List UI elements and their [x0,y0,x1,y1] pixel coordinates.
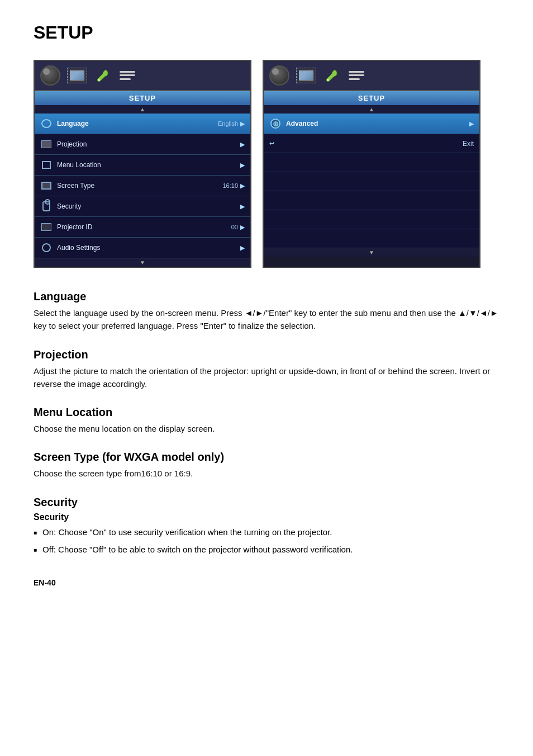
section-security-subtitle: Security [34,512,499,522]
advanced-label: Advanced [286,120,469,127]
icon-wrench [94,66,113,85]
menu-row-projector-id[interactable]: Projector ID 00 ▶ [35,217,250,238]
projector-id-arrow: ▶ [240,224,245,231]
projector-id-value: 00 [231,224,238,230]
section-projection-title: Projection [34,348,499,361]
exit-arrow: ↩ [269,140,274,147]
projector-id-icon [40,221,53,233]
screen-type-value: 16:10 [222,182,238,189]
page-title: SETUP [34,22,499,43]
section-screen-type-text: Choose the screen type from16:10 or 16:9… [34,467,499,480]
section-screen-type-title: Screen Type (for WXGA model only) [34,451,499,464]
svg-point-0 [98,79,100,81]
section-projection: Projection Adjust the picture to match t… [34,348,499,391]
section-menu-location: Menu Location Choose the menu location o… [34,406,499,435]
security-arrow: ▶ [240,203,245,210]
left-panel-title: SETUP [35,91,250,105]
screenshots-row: SETUP ▲ Language English ▶ Projection ▶ … [34,60,499,268]
icon-image-display [67,68,87,83]
section-menu-location-text: Choose the menu location on the display … [34,422,499,435]
empty-row-1 [264,153,479,172]
section-menu-location-title: Menu Location [34,406,499,419]
audio-settings-icon [40,242,53,254]
menu-row-exit[interactable]: ↩ Exit [264,134,479,153]
menu-row-audio-settings[interactable]: Audio Settings ▶ [35,238,250,258]
scroll-up-left: ▲ [35,105,250,114]
icon-menu-lines [120,69,135,82]
language-value: English [218,120,238,127]
page-number: EN-40 [34,578,499,587]
section-language-title: Language [34,290,499,303]
screen-type-arrow: ▶ [240,182,245,190]
security-label: Security [57,202,240,210]
section-security: Security Security On: Choose "On" to use… [34,496,499,556]
right-panel-title: SETUP [264,91,479,105]
right-icon-menu-lines [349,69,364,82]
advanced-icon: ⊕ [269,117,282,130]
empty-row-5 [264,229,479,248]
screen-type-icon [40,179,53,192]
screen-type-label: Screen Type [57,182,222,190]
projection-arrow: ▶ [240,141,245,148]
security-bullet-0: On: Choose "On" to use security verifica… [34,526,499,538]
projection-icon [40,138,53,150]
language-label: Language [57,120,218,127]
menu-row-advanced[interactable]: ⊕ Advanced ▶ [264,114,479,134]
security-bullet-list: On: Choose "On" to use security verifica… [34,526,499,556]
audio-settings-label: Audio Settings [57,244,240,252]
section-security-title: Security [34,496,499,509]
section-language: Language Select the language used by the… [34,290,499,333]
exit-label: Exit [274,140,474,148]
menu-row-language[interactable]: Language English ▶ [35,114,250,134]
projection-label: Projection [57,140,240,148]
empty-row-2 [264,172,479,191]
section-projection-text: Adjust the picture to match the orientat… [34,365,499,391]
icon-display [40,65,60,86]
menu-location-arrow: ▶ [240,162,245,169]
menu-row-security[interactable]: Security ▶ [35,196,250,217]
scroll-down-left: ▼ [35,258,250,267]
language-icon [40,117,53,130]
right-icon-image-display [296,68,316,83]
left-icon-bar [35,61,250,91]
left-menu-panel: SETUP ▲ Language English ▶ Projection ▶ … [34,60,251,268]
svg-point-1 [327,79,329,81]
menu-row-menu-location[interactable]: Menu Location ▶ [35,155,250,176]
right-icon-display [269,65,289,86]
menu-location-label: Menu Location [57,161,240,169]
section-screen-type: Screen Type (for WXGA model only) Choose… [34,451,499,480]
right-menu-panel: SETUP ▲ ⊕ Advanced ▶ ↩ Exit ▼ [263,60,480,268]
scroll-down-right: ▼ [264,248,479,257]
advanced-arrow: ▶ [469,120,474,127]
projector-id-label: Projector ID [57,223,231,231]
right-icon-bar [264,61,479,91]
menu-location-icon [40,159,53,171]
language-arrow: ▶ [240,120,245,127]
empty-row-3 [264,191,479,210]
menu-row-projection[interactable]: Projection ▶ [35,134,250,155]
security-icon [40,200,53,212]
scroll-up-right: ▲ [264,105,479,114]
security-bullet-1: Off: Choose "Off" to be able to switch o… [34,543,499,556]
section-language-text: Select the language used by the on-scree… [34,306,499,333]
audio-settings-arrow: ▶ [240,244,245,252]
empty-row-4 [264,210,479,229]
right-icon-wrench [323,66,342,85]
menu-row-screen-type[interactable]: Screen Type 16:10 ▶ [35,176,250,196]
